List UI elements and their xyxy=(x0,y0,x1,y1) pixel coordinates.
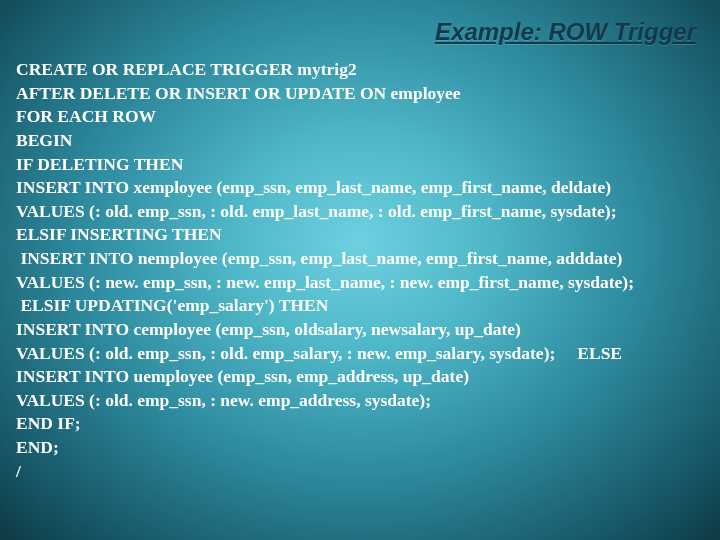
code-line: INSERT INTO xemployee (emp_ssn, emp_last… xyxy=(16,177,611,197)
slide: Example: ROW Trigger CREATE OR REPLACE T… xyxy=(0,0,720,540)
code-line: END; xyxy=(16,437,59,457)
code-line: IF DELETING THEN xyxy=(16,154,183,174)
code-line: VALUES (: old. emp_ssn, : new. emp_addre… xyxy=(16,390,431,410)
code-line: FOR EACH ROW xyxy=(16,106,156,126)
code-line: END IF; xyxy=(16,413,81,433)
code-line: INSERT INTO nemployee (emp_ssn, emp_last… xyxy=(16,248,622,268)
code-line: ELSIF UPDATING('emp_salary') THEN xyxy=(16,295,328,315)
code-line: VALUES (: old. emp_ssn, : old. emp_salar… xyxy=(16,343,555,363)
code-line: VALUES (: new. emp_ssn, : new. emp_last_… xyxy=(16,272,634,292)
code-line: ELSIF INSERTING THEN xyxy=(16,224,222,244)
code-line: VALUES (: old. emp_ssn, : old. emp_last_… xyxy=(16,201,617,221)
code-line: AFTER DELETE OR INSERT OR UPDATE ON empl… xyxy=(16,83,461,103)
slide-title: Example: ROW Trigger xyxy=(14,18,696,46)
code-line: INSERT INTO cemployee (emp_ssn, oldsalar… xyxy=(16,319,521,339)
code-line: CREATE OR REPLACE TRIGGER mytrig2 xyxy=(16,59,357,79)
code-block: CREATE OR REPLACE TRIGGER mytrig2 AFTER … xyxy=(16,58,706,483)
code-line: BEGIN xyxy=(16,130,72,150)
code-line: / xyxy=(16,461,21,481)
code-line-else: ELSE xyxy=(577,342,622,366)
code-line: INSERT INTO uemployee (emp_ssn, emp_addr… xyxy=(16,366,469,386)
